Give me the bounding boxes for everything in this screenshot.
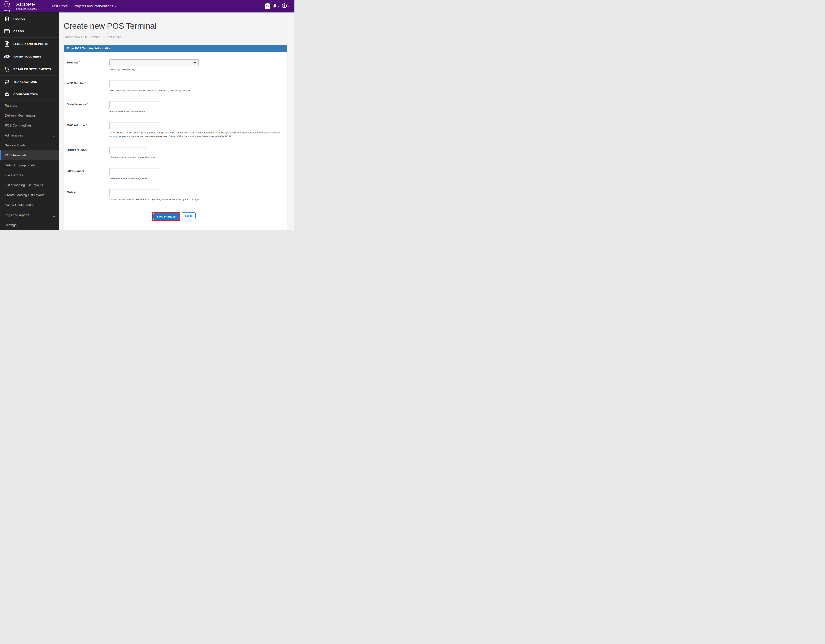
sidebar-item-create-loading-list-layout[interactable]: Create Loading List Layout bbox=[0, 190, 59, 200]
terminal-label: Terminal* bbox=[67, 59, 110, 71]
terminal-helper: Device | Make (model) bbox=[110, 68, 283, 71]
imei-number-helper: Unique number to identify phone bbox=[110, 177, 283, 181]
sidebar-item-label: PEOPLE bbox=[13, 17, 25, 20]
serial-number-helper: Hardware device serial number bbox=[110, 110, 283, 114]
top-bar: WFP wfp.org SCOPE Enable the Change Test… bbox=[0, 0, 294, 12]
scope-wordmark: SCOPE bbox=[16, 2, 37, 7]
serial-number-input[interactable] bbox=[110, 101, 161, 108]
cards-icon bbox=[3, 29, 11, 34]
cart-icon bbox=[3, 66, 11, 72]
wfp-number-input[interactable] bbox=[110, 80, 161, 87]
save-button[interactable]: Save changes bbox=[153, 213, 179, 220]
imei-number-field-row: IMEI Number Unique number to identify ph… bbox=[67, 168, 284, 181]
form-actions: Save changes Reset bbox=[65, 212, 283, 221]
main-content: Create new POS Terminal Create new POS T… bbox=[59, 12, 294, 230]
required-marker: * bbox=[85, 81, 86, 84]
sidebar-item-service-points[interactable]: Service Points bbox=[0, 141, 59, 150]
reset-button[interactable]: Reset bbox=[182, 212, 196, 219]
sidebar-item-configuration[interactable]: CONFIGURATION bbox=[0, 88, 59, 101]
wfp-number-field-row: WFP Number* WFP generated number (unique… bbox=[67, 80, 284, 93]
chevron-down-icon bbox=[288, 6, 289, 7]
sidebar-item-label: RETAILER SETTLEMENTS bbox=[13, 68, 51, 71]
sidebar-item-ledger-and-reports[interactable]: LEDGER AND REPORTS bbox=[0, 38, 59, 50]
sidebar-item-label: CONFIGURATION bbox=[13, 93, 39, 96]
sidebar-item-label: TRANSACTIONS bbox=[13, 80, 37, 83]
mobile-field-row: Mobile Mobile phone number. Format is an… bbox=[67, 189, 284, 201]
chevron-down-icon bbox=[53, 215, 56, 218]
panel-body: Terminal* --------- Device | Make (model… bbox=[64, 52, 287, 224]
language-badge[interactable]: EN bbox=[265, 3, 270, 9]
chevron-down-icon bbox=[194, 62, 196, 64]
sidebar-item-pos-terminals[interactable]: POS Terminals bbox=[0, 150, 59, 161]
nav-test-office[interactable]: Test Office bbox=[52, 4, 68, 8]
top-nav: Test Office Projects and interventions bbox=[52, 4, 116, 8]
user-account-menu[interactable] bbox=[282, 3, 289, 9]
document-icon bbox=[3, 41, 11, 46]
transfer-arrows-icon bbox=[3, 80, 11, 84]
mobile-helper: Mobile phone number. Format is an option… bbox=[110, 198, 283, 201]
sidebar: PEOPLE CARDS LEDGER AND REPORTS bbox=[0, 12, 59, 230]
app-window: WFP wfp.org SCOPE Enable the Change Test… bbox=[0, 0, 294, 230]
sidebar-item-label: CARDS bbox=[13, 29, 24, 33]
terminal-field-row: Terminal* --------- Device | Make (model… bbox=[67, 59, 284, 71]
sidebar-item-file-formats[interactable]: File Formats bbox=[0, 170, 59, 180]
top-bar-actions: EN bbox=[265, 3, 289, 9]
page-title: Create new POS Terminal bbox=[64, 21, 294, 31]
wfp-scope-logo: WFP wfp.org SCOPE Enable the Change bbox=[3, 1, 37, 12]
sidebar-item-pos-commodities[interactable]: POS Commodities bbox=[0, 120, 59, 131]
pos-terminal-form-panel: Enter POS Terminal information Terminal*… bbox=[64, 45, 287, 230]
sidebar-item-partners[interactable]: Partners bbox=[0, 101, 59, 111]
serial-number-label: Serial Number* bbox=[67, 101, 110, 114]
uccid-number-field-row: UCCID Number 19-digit number printed on … bbox=[67, 147, 284, 159]
chevron-down-icon bbox=[53, 135, 56, 139]
svg-text:WFP: WFP bbox=[5, 1, 9, 3]
serial-number-field-row: Serial Number* Hardware device serial nu… bbox=[67, 101, 284, 114]
required-marker: * bbox=[86, 123, 87, 127]
mobile-input[interactable] bbox=[110, 189, 161, 196]
uccid-number-label: UCCID Number bbox=[67, 147, 110, 159]
logo-separator bbox=[14, 2, 14, 11]
wfp-site-label: wfp.org bbox=[4, 10, 10, 12]
uccid-number-input[interactable] bbox=[110, 147, 146, 154]
sidebar-item-settings[interactable]: Settings bbox=[0, 220, 59, 230]
sidebar-item-logs-and-reports[interactable]: Logs and reports bbox=[0, 210, 59, 220]
uccid-number-helper: 19-digit number printed on the SIM card bbox=[110, 156, 283, 159]
gear-icon bbox=[3, 92, 11, 97]
nav-projects-interventions[interactable]: Projects and interventions bbox=[74, 4, 116, 8]
notifications-menu[interactable] bbox=[273, 3, 279, 9]
sidebar-item-label: LEDGER AND REPORTS bbox=[13, 42, 48, 45]
sidebar-item-retailer-settlements[interactable]: RETAILER SETTLEMENTS bbox=[0, 63, 59, 76]
ticket-icon: №6 bbox=[3, 54, 11, 59]
mac-address-field-row: MAC Address* MAC address of the device (… bbox=[67, 122, 284, 138]
scope-tagline: Enable the Change bbox=[16, 8, 37, 10]
chevron-down-icon bbox=[278, 6, 279, 7]
mac-address-input[interactable] bbox=[110, 122, 161, 129]
sidebar-item-default-top-up-points[interactable]: Default Top-up points bbox=[0, 161, 59, 170]
mac-address-label: MAC Address* bbox=[67, 122, 110, 138]
sidebar-item-admin-areas[interactable]: Admin areas bbox=[0, 131, 59, 141]
required-marker: * bbox=[87, 102, 88, 105]
panel-header: Enter POS Terminal information bbox=[64, 45, 287, 52]
mac-address-helper: MAC address of the device (You cannot ch… bbox=[110, 131, 283, 138]
breadcrumb: Create new POS Terminal — Test Office bbox=[64, 35, 294, 39]
chevron-down-icon bbox=[115, 6, 116, 7]
save-button-highlight: Save changes bbox=[152, 212, 180, 221]
sidebar-item-label: PAPER VOUCHERS bbox=[13, 55, 41, 58]
required-marker: * bbox=[79, 60, 80, 64]
terminal-select-value: --------- bbox=[112, 61, 119, 64]
wfp-emblem-icon: WFP bbox=[3, 1, 11, 10]
imei-number-label: IMEI Number bbox=[67, 168, 110, 181]
sidebar-item-delivery-mechanisms[interactable]: Delivery Mechanisms bbox=[0, 111, 59, 120]
sidebar-item-cache-configuration[interactable]: Cache Configuration bbox=[0, 200, 59, 210]
sidebar-item-list-of-loading-list-layouts[interactable]: List of loading List Layouts bbox=[0, 180, 59, 190]
sidebar-item-cards[interactable]: CARDS bbox=[0, 25, 59, 38]
sidebar-item-people[interactable]: PEOPLE bbox=[0, 12, 59, 25]
bell-icon bbox=[273, 3, 277, 9]
sidebar-item-paper-vouchers[interactable]: №6 PAPER VOUCHERS bbox=[0, 50, 59, 63]
user-avatar-icon bbox=[282, 3, 287, 9]
imei-number-input[interactable] bbox=[110, 168, 161, 175]
wfp-number-helper: WFP generated number (unique within an o… bbox=[110, 89, 283, 93]
sidebar-item-transactions[interactable]: TRANSACTIONS bbox=[0, 76, 59, 88]
terminal-select[interactable]: --------- bbox=[110, 59, 199, 66]
mobile-label: Mobile bbox=[67, 189, 110, 201]
